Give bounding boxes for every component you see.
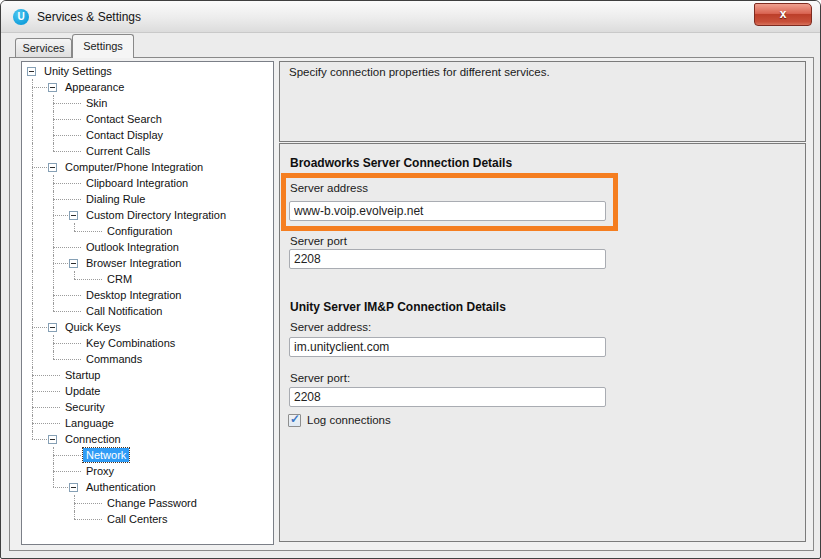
tree-item-label: CRM	[104, 272, 135, 286]
tree-item-clipboard-integration[interactable]: Clipboard Integration	[22, 175, 273, 191]
tree-item-label: Startup	[62, 368, 103, 382]
broadworks-server-port-label: Server port	[290, 235, 347, 247]
tree-item-change-password[interactable]: Change Password	[22, 495, 273, 511]
tree-item-label: Change Password	[104, 496, 200, 510]
settings-tab-page: Unity SettingsAppearanceSkinContact Sear…	[9, 57, 814, 551]
tree-item-label: Commands	[83, 352, 145, 366]
tab-services[interactable]: Services	[15, 38, 72, 58]
tree-item-update[interactable]: Update	[22, 383, 273, 399]
broadworks-section-title: Broadworks Server Connection Details	[290, 156, 512, 170]
expander-minus-icon[interactable]	[48, 163, 57, 172]
tree-item-crm[interactable]: CRM	[22, 271, 273, 287]
network-settings-panel: Broadworks Server Connection Details Ser…	[279, 143, 806, 542]
tree-item-custom-directory-integration[interactable]: Custom Directory Integration	[22, 207, 273, 223]
tree-item-unity-settings[interactable]: Unity Settings	[22, 63, 273, 79]
tree-item-key-combinations[interactable]: Key Combinations	[22, 335, 273, 351]
tree-item-call-centers[interactable]: Call Centers	[22, 511, 273, 527]
tree-item-label: Call Centers	[104, 512, 171, 526]
tree-item-appearance[interactable]: Appearance	[22, 79, 273, 95]
tree-item-authentication[interactable]: Authentication	[22, 479, 273, 495]
description-text: Specify connection properties for differ…	[289, 66, 550, 78]
imp-server-address-input[interactable]	[289, 337, 606, 357]
tree-item-label: Quick Keys	[62, 320, 124, 334]
tree-item-label: Unity Settings	[41, 64, 115, 78]
tree-item-label: Key Combinations	[83, 336, 178, 350]
tree-item-desktop-integration[interactable]: Desktop Integration	[22, 287, 273, 303]
expander-minus-icon[interactable]	[69, 483, 78, 492]
unity-app-icon: U	[13, 9, 29, 25]
tree-item-startup[interactable]: Startup	[22, 367, 273, 383]
tree-item-dialing-rule[interactable]: Dialing Rule	[22, 191, 273, 207]
expander-minus-icon[interactable]	[69, 211, 78, 220]
tree-item-label: Call Notification	[83, 304, 165, 318]
expander-minus-icon[interactable]	[69, 259, 78, 268]
imp-server-port-input[interactable]	[289, 387, 606, 407]
tree-item-label: Configuration	[104, 224, 175, 238]
tree-item-current-calls[interactable]: Current Calls	[22, 143, 273, 159]
broadworks-server-address-label: Server address	[290, 182, 368, 194]
tree-item-browser-integration[interactable]: Browser Integration	[22, 255, 273, 271]
tree-item-label: Contact Search	[83, 112, 165, 126]
window-title: Services & Settings	[37, 10, 141, 24]
expander-minus-icon[interactable]	[48, 323, 57, 332]
tree-item-label: Outlook Integration	[83, 240, 182, 254]
imp-section-title: Unity Server IM&P Connection Details	[290, 300, 506, 314]
tree-item-label: Dialing Rule	[83, 192, 148, 206]
tree-item-label: Skin	[83, 96, 110, 110]
title-bar: U Services & Settings x	[1, 1, 820, 33]
tree-item-label: Clipboard Integration	[83, 176, 191, 190]
tree-item-label: Computer/Phone Integration	[62, 160, 206, 174]
expander-minus-icon[interactable]	[48, 83, 57, 92]
tree-item-outlook-integration[interactable]: Outlook Integration	[22, 239, 273, 255]
log-connections-label: Log connections	[307, 414, 391, 426]
expander-minus-icon[interactable]	[48, 435, 57, 444]
tree-item-computer-phone-integration[interactable]: Computer/Phone Integration	[22, 159, 273, 175]
tree-item-language[interactable]: Language	[22, 415, 273, 431]
tree-item-security[interactable]: Security	[22, 399, 273, 415]
tree-item-label: Desktop Integration	[83, 288, 184, 302]
log-connections-checkbox[interactable]	[288, 414, 301, 427]
tree-item-network[interactable]: Network	[22, 447, 273, 463]
tree-item-label: Proxy	[83, 464, 117, 478]
tree-item-connection[interactable]: Connection	[22, 431, 273, 447]
tree-item-call-notification[interactable]: Call Notification	[22, 303, 273, 319]
tree-item-label: Contact Display	[83, 128, 166, 142]
tree-item-configuration[interactable]: Configuration	[22, 223, 273, 239]
tree-item-contact-search[interactable]: Contact Search	[22, 111, 273, 127]
close-button[interactable]: x	[754, 3, 812, 26]
expander-minus-icon[interactable]	[27, 67, 36, 76]
tree-item-label: Language	[62, 416, 117, 430]
tree-item-label: Update	[62, 384, 103, 398]
description-panel: Specify connection properties for differ…	[279, 61, 806, 142]
services-settings-dialog: U Services & Settings x Services Setting…	[0, 0, 821, 559]
tree-item-label: Network	[83, 448, 129, 462]
tab-settings[interactable]: Settings	[72, 34, 134, 58]
tree-item-label: Custom Directory Integration	[83, 208, 229, 222]
broadworks-server-address-input[interactable]	[289, 201, 606, 221]
tree-item-label: Authentication	[83, 480, 159, 494]
tree-item-contact-display[interactable]: Contact Display	[22, 127, 273, 143]
tree-item-label: Security	[62, 400, 108, 414]
tree-item-label: Current Calls	[83, 144, 153, 158]
tree-item-label: Browser Integration	[83, 256, 184, 270]
tree-item-quick-keys[interactable]: Quick Keys	[22, 319, 273, 335]
imp-server-address-label: Server address:	[290, 321, 371, 333]
imp-server-port-label: Server port:	[290, 372, 350, 384]
tree-item-label: Appearance	[62, 80, 127, 94]
tree-item-label: Connection	[62, 432, 124, 446]
tree-item-proxy[interactable]: Proxy	[22, 463, 273, 479]
tree-item-skin[interactable]: Skin	[22, 95, 273, 111]
tree-item-commands[interactable]: Commands	[22, 351, 273, 367]
settings-tree: Unity SettingsAppearanceSkinContact Sear…	[21, 61, 274, 545]
broadworks-server-port-input[interactable]	[289, 249, 606, 269]
